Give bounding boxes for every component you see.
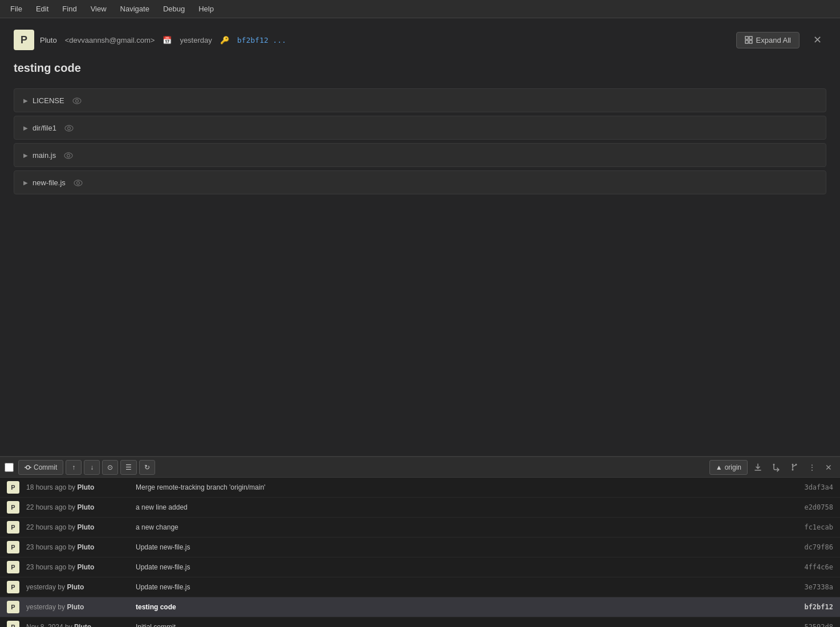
origin-button[interactable]: ▲ origin	[709, 460, 748, 475]
svg-rect-2	[745, 40, 748, 43]
log-message: testing code	[136, 603, 786, 611]
svg-point-9	[67, 154, 70, 157]
menu-edit[interactable]: Edit	[30, 2, 54, 15]
log-hash: 52592d8	[793, 623, 833, 627]
file-arrow-icon: ▶	[23, 180, 28, 186]
merge-button[interactable]	[768, 461, 784, 474]
branch-button[interactable]	[786, 461, 802, 474]
fetch-icon	[753, 463, 762, 472]
menu-file[interactable]: File	[5, 2, 28, 15]
branch-icon	[790, 463, 799, 472]
panel-close-icon: ✕	[825, 463, 832, 472]
origin-label: origin	[725, 463, 741, 471]
log-message: a new change	[136, 523, 786, 531]
bottom-panel: Commit ↑ ↓ ⊙ ☰ ↻ ▲ origin	[0, 456, 840, 627]
menu-view[interactable]: View	[85, 2, 112, 15]
log-avatar: P	[7, 621, 19, 627]
menu-debug[interactable]: Debug	[157, 2, 190, 15]
svg-point-12	[26, 466, 30, 469]
svg-point-6	[65, 125, 73, 131]
commit-meta: Pluto <devvaannsh@gmail.com> 📅 yesterday…	[40, 36, 286, 44]
eye-icon[interactable]	[64, 123, 74, 132]
log-message: Update new-file.js	[136, 583, 786, 591]
select-all-checkbox[interactable]	[5, 463, 14, 472]
log-hash: 3e7338a	[793, 583, 833, 591]
log-avatar: P	[7, 481, 19, 494]
commit-author: Pluto	[40, 36, 57, 44]
menu-find[interactable]: Find	[56, 2, 82, 15]
log-hash: bf2bf12	[793, 603, 833, 611]
main-content: P Pluto <devvaannsh@gmail.com> 📅 yesterd…	[0, 18, 840, 456]
log-hash: fc1ecab	[793, 523, 833, 531]
log-hash: e2d0758	[793, 503, 833, 511]
stash-button[interactable]: ☰	[120, 460, 137, 475]
log-author: Pluto	[67, 583, 84, 591]
down-arrow-icon: ↓	[90, 463, 94, 471]
file-item[interactable]: ▶ dir/file1	[14, 116, 826, 140]
svg-rect-3	[749, 40, 752, 43]
commit-title: testing code	[14, 62, 826, 75]
log-row[interactable]: P yesterday by Pluto Update new-file.js …	[0, 577, 840, 597]
log-time: yesterday by Pluto	[26, 583, 129, 591]
panel-close-button[interactable]: ✕	[822, 461, 835, 474]
log-time: 18 hours ago by Pluto	[26, 483, 129, 491]
log-row[interactable]: P 22 hours ago by Pluto a new line added…	[0, 498, 840, 518]
log-row[interactable]: P 18 hours ago by Pluto Merge remote-tra…	[0, 478, 840, 498]
sync-button[interactable]: ⊙	[102, 460, 118, 475]
log-row[interactable]: P Nov 8, 2024 by Pluto Initial commit 52…	[0, 617, 840, 627]
menu-navigate[interactable]: Navigate	[115, 2, 155, 15]
more-button[interactable]: ⋮	[805, 461, 819, 474]
menu-help[interactable]: Help	[193, 2, 220, 15]
calendar-icon: 📅	[163, 36, 172, 44]
svg-point-19	[796, 463, 797, 465]
log-time: 23 hours ago by Pluto	[26, 543, 129, 551]
log-hash: dc79f86	[793, 543, 833, 551]
eye-icon[interactable]	[72, 96, 82, 105]
svg-point-18	[792, 469, 794, 470]
svg-point-8	[64, 153, 72, 158]
file-item[interactable]: ▶ LICENSE	[14, 88, 826, 112]
file-item[interactable]: ▶ new-file.js	[14, 170, 826, 194]
commit-email: <devvaannsh@gmail.com>	[65, 36, 155, 44]
log-author: Pluto	[77, 483, 94, 491]
fetch-button[interactable]	[750, 461, 766, 474]
commit-button[interactable]: Commit	[18, 460, 63, 475]
log-message: Initial commit	[136, 623, 786, 627]
commit-log: P 18 hours ago by Pluto Merge remote-tra…	[0, 478, 840, 627]
eye-icon[interactable]	[64, 150, 73, 160]
globe-icon: ⊙	[107, 463, 113, 471]
pull-button[interactable]: ↓	[84, 460, 100, 475]
commit-date: yesterday	[180, 36, 212, 44]
expand-all-label: Expand All	[756, 36, 791, 44]
log-row[interactable]: P 23 hours ago by Pluto Update new-file.…	[0, 557, 840, 577]
refresh-icon: ↻	[144, 463, 150, 471]
refresh-button[interactable]: ↻	[139, 460, 155, 475]
up-arrow-icon: ↑	[72, 463, 75, 471]
log-author: Pluto	[77, 503, 94, 511]
log-avatar: P	[7, 501, 19, 514]
push-button[interactable]: ↑	[66, 460, 82, 475]
svg-point-7	[67, 127, 70, 130]
close-button[interactable]: ✕	[809, 31, 826, 48]
avatar: P	[14, 30, 34, 50]
log-row[interactable]: P 23 hours ago by Pluto Update new-file.…	[0, 538, 840, 557]
log-message: a new line added	[136, 503, 786, 511]
log-author: Pluto	[77, 563, 94, 571]
svg-rect-0	[745, 36, 748, 39]
file-item[interactable]: ▶ main.js	[14, 143, 826, 167]
log-row[interactable]: P 22 hours ago by Pluto a new change fc1…	[0, 518, 840, 538]
svg-point-15	[773, 463, 775, 465]
file-arrow-icon: ▶	[23, 97, 28, 104]
log-avatar: P	[7, 561, 19, 573]
merge-icon	[772, 463, 781, 472]
file-name: dir/file1	[33, 124, 56, 132]
log-avatar: P	[7, 541, 19, 553]
log-row[interactable]: P yesterday by Pluto testing code bf2bf1…	[0, 597, 840, 617]
svg-point-4	[73, 98, 81, 104]
log-time: Nov 8, 2024 by Pluto	[26, 623, 129, 627]
eye-icon[interactable]	[74, 178, 83, 187]
log-hash: 4ff4c6e	[793, 563, 833, 571]
expand-all-button[interactable]: Expand All	[736, 32, 800, 48]
file-name: LICENSE	[33, 96, 64, 105]
log-time: 22 hours ago by Pluto	[26, 523, 129, 531]
